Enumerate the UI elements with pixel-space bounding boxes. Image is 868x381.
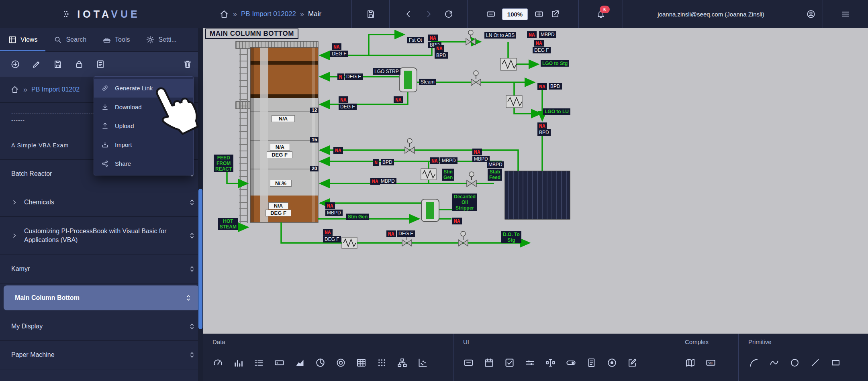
scatter-icon[interactable]	[417, 357, 428, 368]
sidebar-item-main-column-bottom[interactable]: Main Column Bottom	[4, 285, 199, 310]
menu-item-import[interactable]: Import	[94, 135, 193, 154]
slider-icon[interactable]	[525, 357, 535, 368]
circle-icon[interactable]	[789, 357, 800, 368]
notifications: 5	[579, 0, 623, 28]
bar-chart-icon[interactable]	[233, 357, 244, 368]
menu-item-generate-link[interactable]: Generate Link	[94, 79, 193, 98]
notification-badge: 5	[600, 6, 610, 13]
calendar-icon[interactable]	[484, 357, 494, 368]
rectangle-icon[interactable]	[830, 357, 841, 368]
document-icon[interactable]	[586, 357, 597, 368]
topbar-breadcrumb: » PB Import 012022 » Mair	[203, 0, 351, 28]
sort-icon[interactable]	[188, 322, 196, 331]
sidebar-item-customizing-pi-processbook-with-visual-b[interactable]: Customizing PI-ProcessBook with Visual B…	[0, 217, 203, 255]
save-icon[interactable]	[366, 9, 376, 19]
arc-icon[interactable]	[748, 357, 759, 368]
sort-icon[interactable]	[188, 198, 196, 207]
home-icon[interactable]	[10, 85, 19, 94]
menu-item-share[interactable]: Share	[94, 154, 193, 173]
table-icon[interactable]	[356, 357, 367, 368]
item-label: Customizing PI-ProcessBook with Visual B…	[24, 227, 177, 244]
tab-tools[interactable]: Tools	[94, 28, 138, 51]
brand-suffix: VUE	[111, 8, 140, 20]
pencil-icon[interactable]	[32, 59, 41, 69]
sidebar-item-my-display[interactable]: My Display	[0, 312, 203, 341]
user-email-text: joanna.zinsli@seeq.com (Joanna Zinsli)	[658, 11, 764, 18]
sidebar-item-chemicals[interactable]: Chemicals	[0, 188, 203, 217]
input-box-icon[interactable]	[274, 357, 285, 368]
download-icon	[101, 103, 109, 111]
area-chart-icon[interactable]	[294, 357, 305, 368]
trash-icon[interactable]	[183, 59, 192, 69]
radio-button-icon[interactable]	[607, 357, 617, 368]
tab-label: Views	[20, 36, 37, 43]
dock-section-ui: UI	[453, 334, 675, 381]
floppy-icon[interactable]	[53, 59, 63, 69]
donut-chart-icon[interactable]	[335, 357, 346, 368]
menu-item-label: Import	[115, 141, 132, 148]
stepper-icon[interactable]	[545, 357, 556, 368]
menu-item-label: Generate Link	[115, 85, 153, 92]
sort-icon[interactable]	[188, 231, 196, 240]
edit-icon[interactable]	[627, 357, 638, 368]
dock-icons-row	[212, 348, 443, 377]
diagram-canvas[interactable]	[203, 28, 868, 334]
sidebar-scrollbar-thumb[interactable]	[198, 189, 202, 329]
sidebar-item-paper-machine[interactable]: Paper Machine	[0, 341, 203, 369]
item-label: Paper Machine	[11, 350, 55, 359]
expand-chevron-icon[interactable]	[11, 232, 18, 239]
import-icon	[101, 141, 109, 149]
refresh-icon[interactable]	[444, 9, 453, 19]
lock-icon[interactable]	[74, 59, 84, 69]
account-icon[interactable]	[806, 9, 816, 19]
brand-prefix: IOTA	[77, 8, 111, 20]
sidebar-scrollbar-track[interactable]	[198, 28, 203, 381]
tools-icon	[102, 35, 111, 44]
sidebar-tabs: ViewsSearchToolsSetti...	[0, 28, 203, 52]
app-logo: IOTAVUE	[0, 0, 203, 28]
item-label: Chemicals	[24, 198, 54, 207]
dot-grid-icon[interactable]	[376, 357, 387, 368]
sort-icon[interactable]	[188, 265, 196, 273]
tab-search[interactable]: Search	[45, 28, 94, 51]
line-icon[interactable]	[810, 357, 821, 368]
sort-icon[interactable]	[184, 293, 193, 302]
tab-views[interactable]: Views	[0, 28, 45, 51]
sort-icon[interactable]	[188, 350, 196, 359]
zoom-in-icon[interactable]	[534, 9, 544, 19]
map-icon[interactable]	[685, 357, 696, 368]
hamburger-menu-icon[interactable]	[841, 9, 850, 19]
panel-icon[interactable]	[463, 357, 474, 368]
top-bar: IOTAVUE » PB Import 012022 » Mair 100% 5…	[0, 0, 868, 28]
tab-setti[interactable]: Setti...	[138, 28, 184, 51]
pie-chart-icon[interactable]	[315, 357, 326, 368]
home-icon[interactable]	[219, 9, 229, 19]
hierarchy-icon[interactable]	[397, 357, 408, 368]
back-icon[interactable]	[404, 9, 413, 19]
zoom-level[interactable]: 100%	[502, 8, 528, 20]
zoom-out-icon[interactable]	[486, 9, 496, 19]
sidebar-breadcrumb-label[interactable]: PB Import 01202	[31, 86, 80, 93]
menu-item-label: Share	[115, 160, 131, 167]
sidebar-item-kamyr[interactable]: Kamyr	[0, 255, 203, 283]
dock-section-complex: ComplexSQL	[675, 334, 738, 381]
forward-icon[interactable]	[424, 9, 433, 19]
dock-section-primitive: Primitive	[738, 334, 868, 381]
sql-icon[interactable]: SQL	[705, 357, 716, 368]
item-label: Kamyr	[11, 265, 30, 273]
expand-chevron-icon[interactable]	[11, 199, 18, 206]
checkbox-icon[interactable]	[504, 357, 515, 368]
list-detail-icon[interactable]	[253, 357, 264, 368]
open-external-icon[interactable]	[550, 9, 560, 19]
menu-item-download[interactable]: Download	[94, 98, 193, 116]
plus-circle-icon[interactable]	[10, 59, 20, 69]
file-context-menu: Generate LinkDownloadUploadImportShare	[94, 76, 194, 175]
save-section	[352, 0, 389, 28]
notification-bell-button[interactable]: 5	[596, 9, 606, 19]
toggle-icon[interactable]	[566, 357, 576, 368]
breadcrumb-parent[interactable]: PB Import 012022	[241, 10, 296, 18]
doc-list-icon[interactable]	[96, 59, 105, 69]
gauge-icon[interactable]	[212, 357, 223, 368]
menu-item-upload[interactable]: Upload	[94, 116, 193, 135]
curve-icon[interactable]	[769, 357, 780, 368]
